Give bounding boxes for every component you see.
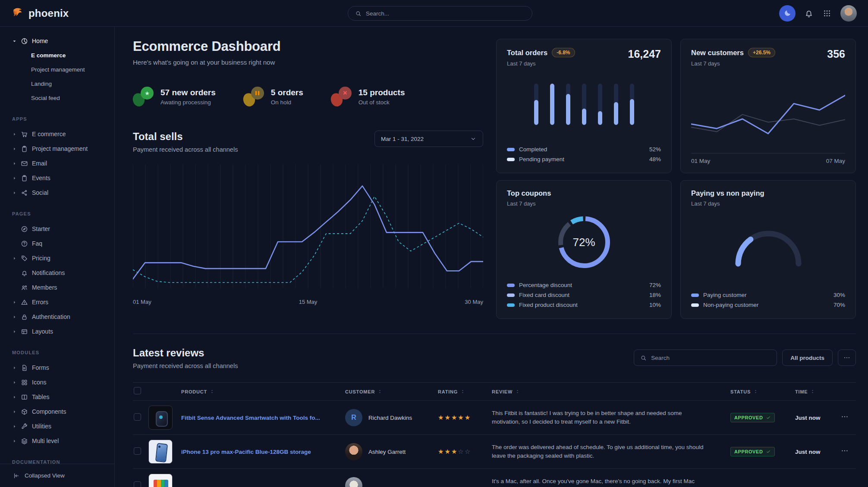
sidebar-item-components[interactable]: Components	[12, 404, 114, 419]
sidebar-item-utilities[interactable]: Utilities	[12, 419, 114, 434]
product-link[interactable]: iPhone 13 pro max-Pacific Blue-128GB sto…	[181, 449, 345, 455]
x-tick: 30 May	[465, 299, 483, 305]
caret-right-icon	[12, 300, 17, 305]
rating-stars: ★★★☆☆	[438, 448, 471, 455]
row-menu-button[interactable]	[840, 412, 849, 421]
users-icon	[21, 284, 28, 291]
review-row-2: iPhone 13 pro max-Pacific Blue-128GB sto…	[133, 434, 856, 468]
sidebar-nav: HomeE commerceProject managementLandingS…	[12, 34, 114, 465]
reviews-controls: All products	[634, 350, 856, 366]
apps-menu-button[interactable]	[822, 9, 832, 18]
sidebar-item-label: Social feed	[31, 95, 60, 101]
sidebar-item-authentication[interactable]: Authentication	[12, 309, 114, 324]
global-search[interactable]	[348, 6, 532, 21]
sidebar-item-label: Faq	[32, 240, 42, 247]
sidebar-item-icons[interactable]: Icons	[12, 375, 114, 390]
sidebar-item-errors[interactable]: Errors	[12, 295, 114, 309]
global-search-input[interactable]	[366, 10, 525, 17]
legend-value: 18%	[649, 292, 661, 298]
sidebar-item-forms[interactable]: Forms	[12, 360, 114, 375]
sidebar-item-label: Starter	[32, 225, 50, 232]
sidebar-item-home[interactable]: Home	[12, 34, 114, 48]
column-header-customer[interactable]: CUSTOMER	[345, 389, 438, 394]
sidebar-item-faq[interactable]: Faq	[12, 236, 114, 251]
customer-avatar	[345, 477, 362, 487]
share-icon	[21, 189, 28, 197]
pause-icon	[243, 87, 264, 106]
card-title: Top coupons	[507, 189, 551, 197]
sidebar-item-email[interactable]: Email	[12, 156, 114, 171]
all-products-button[interactable]: All products	[782, 350, 833, 366]
product-thumbnail-watch[interactable]	[148, 406, 173, 430]
sidebar-item-multi-level[interactable]: Multi level	[12, 434, 114, 448]
sidebar-item-label: Home	[32, 37, 48, 44]
sidebar-item-landing[interactable]: Landing	[12, 77, 114, 91]
caret-right-icon	[12, 256, 17, 261]
column-header-product[interactable]: PRODUCT	[181, 389, 345, 394]
top-coupons-card: Top coupons Last 7 days 72% Percentage d…	[496, 180, 672, 319]
sort-icon	[753, 389, 758, 394]
row-checkbox[interactable]	[134, 481, 141, 487]
sidebar-section-pages: PAGES	[12, 211, 114, 216]
row-menu-button[interactable]	[840, 446, 849, 455]
legend-swatch	[507, 284, 515, 287]
sidebar-item-project-management[interactable]: Project management	[12, 141, 114, 156]
sidebar-item-label: Events	[32, 175, 50, 181]
app-root: phoenix HomeE commerceProject management…	[0, 0, 868, 487]
sidebar-item-social-feed[interactable]: Social feed	[12, 91, 114, 105]
envelope-icon	[21, 160, 28, 167]
sidebar-item-notifications[interactable]: Notifications	[12, 265, 114, 280]
new-customers-x-axis: 01 May 07 May	[691, 153, 845, 164]
pie-chart-icon	[21, 37, 28, 45]
reviews-search[interactable]	[634, 350, 777, 366]
column-header-status[interactable]: STATUS	[730, 389, 795, 394]
reviews-search-input[interactable]	[651, 355, 771, 361]
sidebar-item-social[interactable]: Social	[12, 185, 114, 200]
caret-right-icon	[12, 439, 17, 443]
notifications-button[interactable]	[804, 9, 814, 18]
sidebar-item-tables[interactable]: Tables	[12, 390, 114, 404]
review-time: Just now	[795, 415, 821, 421]
sidebar-item-e-commerce[interactable]: E commerce	[12, 48, 114, 62]
caret-down-icon	[12, 39, 17, 44]
stat-5-orders: 5 ordersOn hold	[243, 87, 303, 106]
product-thumbnail-phone[interactable]	[148, 440, 173, 464]
sidebar-item-project-management[interactable]: Project management	[12, 62, 114, 77]
column-header-rating[interactable]: RATING	[438, 389, 492, 394]
reviews-title: Latest reviews	[133, 347, 238, 359]
review-text: This Fitbit is fantastic! I was trying t…	[492, 409, 730, 427]
total-sells-subtitle: Payment received across all channels	[133, 146, 238, 153]
row-checkbox[interactable]	[134, 413, 141, 421]
sidebar-item-label: Layouts	[32, 328, 53, 335]
brand[interactable]: phoenix	[11, 7, 115, 20]
sidebar-item-events[interactable]: Events	[12, 171, 114, 185]
date-range-select[interactable]: Mar 1 - 31, 2022	[374, 131, 483, 147]
orders-legend-completed: Completed52%	[507, 144, 661, 154]
column-header-review[interactable]: REVIEW	[492, 389, 730, 394]
sidebar-item-members[interactable]: Members	[12, 280, 114, 295]
profile-avatar[interactable]	[840, 5, 857, 22]
layers-icon	[21, 437, 28, 445]
new-customers-value: 356	[827, 48, 845, 60]
theme-toggle-button[interactable]	[779, 5, 796, 22]
sidebar-item-starter[interactable]: Starter	[12, 222, 114, 236]
reviews-menu-button[interactable]	[838, 350, 856, 366]
lock-icon	[21, 313, 28, 321]
total-orders-card: Total orders -6.8% Last 7 days 16,247 Co…	[496, 39, 672, 173]
orders-legend-pending-payment: Pending payment48%	[507, 154, 661, 164]
page-subtitle: Here's what's going on at your business …	[133, 59, 483, 66]
sidebar-item-layouts[interactable]: Layouts	[12, 324, 114, 339]
order-bar	[630, 84, 634, 125]
sidebar-item-label: Social	[32, 189, 48, 196]
column-header-time[interactable]: TIME	[795, 389, 840, 394]
sidebar-item-pricing[interactable]: Pricing	[12, 251, 114, 265]
select-all-checkbox[interactable]	[134, 387, 141, 394]
row-checkbox[interactable]	[134, 447, 141, 455]
sidebar-item-label: Icons	[32, 379, 46, 386]
product-thumbnail-laptop[interactable]	[148, 474, 173, 487]
collapse-sidebar-button[interactable]: Collapsed View	[0, 464, 114, 487]
product-link[interactable]: Fitbit Sense Advanced Smartwatch with To…	[181, 415, 345, 421]
kpi-cards: Total orders -6.8% Last 7 days 16,247 Co…	[496, 39, 856, 319]
sidebar-item-label: Members	[32, 284, 57, 291]
sidebar-item-e-commerce[interactable]: E commerce	[12, 127, 114, 141]
